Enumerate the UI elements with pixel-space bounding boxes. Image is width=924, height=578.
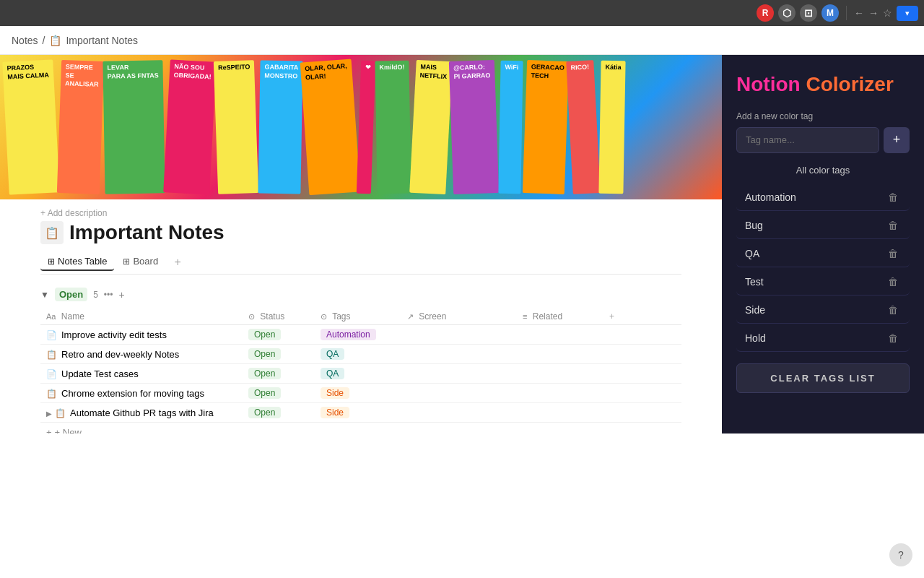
delete-tag-button[interactable]: 🗑 bbox=[885, 190, 901, 204]
table-row[interactable]: ▶📋Automate Github PR tags with Jira Open… bbox=[40, 403, 681, 423]
section-add-open[interactable]: + bbox=[118, 289, 124, 301]
table-row[interactable]: 📋Retro and dev-weekly Notes Open QA bbox=[40, 345, 681, 364]
list-item: Test 🗑 bbox=[736, 269, 910, 296]
sticky-note: MAISNETFLIX bbox=[409, 60, 452, 194]
delete-tag-button[interactable]: 🗑 bbox=[885, 275, 901, 289]
row-icon-1: 📋 bbox=[46, 350, 57, 360]
delete-tag-button[interactable]: 🗑 bbox=[885, 303, 901, 317]
sticky-note: @CARLO:PI GARRAO bbox=[449, 60, 499, 194]
colorizer-panel: Notion Colorizer Add a new color tag + A… bbox=[722, 55, 924, 434]
grid-icon[interactable]: ⊡ bbox=[800, 4, 817, 22]
main-area: PRAZOSMAIS CALMA SEMPRESEANALISAR LEVARP… bbox=[0, 55, 924, 434]
status-badge: Open bbox=[248, 348, 281, 360]
page-title: Important Notes bbox=[69, 221, 225, 244]
delete-tag-button[interactable]: 🗑 bbox=[885, 218, 901, 233]
sticky-note: OLAR, OLAR,OLAR! bbox=[300, 59, 360, 195]
list-item: Side 🗑 bbox=[736, 297, 910, 324]
sticky-note: GERACAOTECH bbox=[523, 60, 569, 194]
add-new-open[interactable]: + + New bbox=[40, 423, 681, 434]
expand-arrow[interactable]: ▶ bbox=[46, 410, 52, 418]
list-item: Hold 🗑 bbox=[736, 325, 910, 352]
section-toggle-open[interactable]: ▼ bbox=[40, 290, 49, 300]
browser-action-btn[interactable]: ▾ bbox=[897, 6, 918, 21]
th-name-icon: Aa bbox=[46, 312, 56, 321]
clear-tags-button[interactable]: CLEAR TAGS LIST bbox=[736, 363, 910, 393]
row-icon-3: 📋 bbox=[46, 389, 57, 399]
section-open: ▼ Open 5 ••• + Aa Name ⊙ Status bbox=[40, 283, 681, 434]
section-header-open: ▼ Open 5 ••• + bbox=[40, 283, 681, 306]
status-badge: Open bbox=[248, 387, 281, 399]
row-icon-2: 📄 bbox=[46, 369, 57, 379]
all-tags-label: All color tags bbox=[736, 165, 910, 176]
add-description[interactable]: + Add description bbox=[40, 208, 681, 218]
sticky-note: ❤ bbox=[356, 61, 375, 194]
sticky-note: GABARITAMONSTRO bbox=[258, 61, 303, 194]
page-title-row: 📋 Important Notes bbox=[40, 221, 681, 244]
th-related-icon: ≡ bbox=[523, 312, 527, 321]
breadcrumb-separator: / bbox=[43, 35, 45, 46]
th-tags: ⊙ Tags bbox=[315, 309, 401, 325]
tag-item-name: Side bbox=[745, 304, 765, 316]
tag-badge: Side bbox=[321, 407, 349, 418]
breadcrumb-current: Important Notes bbox=[66, 35, 138, 46]
tab-board[interactable]: ⊞ Board bbox=[116, 253, 165, 271]
tab-board-label: Board bbox=[133, 256, 158, 267]
sticky-note: ReSPEITO bbox=[214, 60, 259, 194]
breadcrumb-bar: Notes / 📋 Important Notes bbox=[0, 26, 924, 55]
sticky-note: Kátia bbox=[598, 61, 625, 194]
table-open: Aa Name ⊙ Status ⊙ Tags ↗ bbox=[40, 309, 681, 423]
add-view-button[interactable]: + bbox=[170, 254, 186, 270]
star-icon[interactable]: ☆ bbox=[883, 7, 892, 19]
delete-tag-button[interactable]: 🗑 bbox=[885, 246, 901, 261]
tag-badge: Automation bbox=[321, 329, 376, 340]
status-badge: Open bbox=[248, 368, 281, 379]
sticky-note: RICO! bbox=[566, 60, 600, 194]
page-icon: 📋 bbox=[40, 221, 64, 244]
table-row[interactable]: 📋Chrome extension for moving tags Open S… bbox=[40, 384, 681, 403]
th-screen-icon: ↗ bbox=[407, 312, 414, 321]
page-content: PRAZOSMAIS CALMA SEMPRESEANALISAR LEVARP… bbox=[0, 55, 722, 434]
sticky-note: LEVARPARA AS FNTAS bbox=[103, 60, 165, 194]
section-more-open[interactable]: ••• bbox=[104, 290, 113, 300]
th-tags-icon: ⊙ bbox=[321, 312, 327, 321]
table-icon: ⊞ bbox=[48, 256, 55, 267]
tag-name-input[interactable] bbox=[736, 127, 879, 153]
tag-badge: QA bbox=[321, 368, 344, 379]
title-colorizer: Colorizer bbox=[806, 73, 893, 95]
section-count-open: 5 bbox=[93, 290, 98, 300]
help-button[interactable]: ? bbox=[889, 543, 912, 566]
tab-notes-table-label: Notes Table bbox=[58, 256, 107, 267]
header-image: PRAZOSMAIS CALMA SEMPRESEANALISAR LEVARP… bbox=[0, 55, 722, 199]
add-tag-button[interactable]: + bbox=[884, 127, 910, 153]
red-ext-icon[interactable]: R bbox=[757, 4, 774, 22]
th-add[interactable]: + bbox=[603, 309, 681, 325]
table-row[interactable]: 📄Improve activity edit tests Open Automa… bbox=[40, 325, 681, 345]
tag-badge: QA bbox=[321, 348, 344, 360]
table-header-row: Aa Name ⊙ Status ⊙ Tags ↗ bbox=[40, 309, 681, 325]
list-item: Automation 🗑 bbox=[736, 184, 910, 211]
table-row[interactable]: 📄Update Test cases Open QA bbox=[40, 364, 681, 384]
add-tag-label: Add a new color tag bbox=[736, 111, 910, 121]
th-name: Aa Name bbox=[40, 309, 243, 325]
history-forward-icon[interactable]: → bbox=[868, 7, 879, 19]
list-item: Bug 🗑 bbox=[736, 212, 910, 239]
delete-tag-button[interactable]: 🗑 bbox=[885, 331, 901, 345]
tag-item-name: Test bbox=[745, 276, 764, 288]
status-badge: Open bbox=[248, 407, 281, 418]
colorizer-title: Notion Colorizer bbox=[736, 72, 910, 97]
breadcrumb-icon: 📋 bbox=[49, 35, 61, 46]
m-icon[interactable]: M bbox=[821, 4, 839, 22]
tag-item-name: Bug bbox=[745, 220, 763, 231]
puzzle-icon[interactable]: ⬡ bbox=[778, 4, 796, 22]
divider bbox=[846, 6, 847, 20]
history-back-icon[interactable]: ← bbox=[854, 7, 864, 19]
tab-notes-table[interactable]: ⊞ Notes Table bbox=[40, 253, 114, 271]
sticky-note: KmildO! bbox=[375, 61, 411, 194]
view-tabs: ⊞ Notes Table ⊞ Board + bbox=[40, 253, 681, 275]
tag-item-name: QA bbox=[745, 248, 759, 259]
add-new-icon: + bbox=[46, 427, 52, 434]
section-name-open: Open bbox=[55, 288, 87, 301]
tag-list: Automation 🗑 Bug 🗑 QA 🗑 Test 🗑 Side 🗑 Ho… bbox=[736, 184, 910, 352]
breadcrumb-parent[interactable]: Notes bbox=[12, 35, 38, 46]
sticky-note: WiFi bbox=[499, 61, 523, 194]
